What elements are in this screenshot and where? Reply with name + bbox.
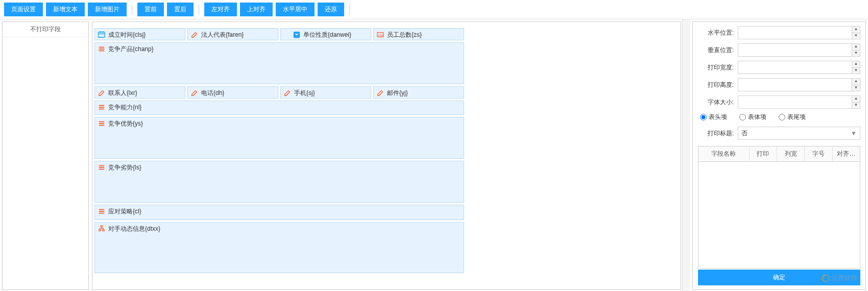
left-panel: 不打印字段 <box>2 21 89 290</box>
print-title-label: 打印标题: <box>698 129 734 138</box>
spin-up-icon[interactable]: ▲ <box>852 96 860 103</box>
field-label: 应对策略{cl} <box>108 207 141 216</box>
list-icon <box>98 104 105 111</box>
svg-rect-23 <box>99 230 101 231</box>
hpos-label: 水平位置: <box>698 29 734 37</box>
field-tail-text: ingz <box>280 31 281 38</box>
dropdown-icon <box>293 31 300 38</box>
svg-rect-0 <box>99 32 105 38</box>
restore-button[interactable]: 还原 <box>318 3 344 16</box>
field-label: 成立时间{clsj} <box>108 31 146 39</box>
select-value: 否 <box>741 129 748 138</box>
field-nl[interactable]: 竞争能力{nl} <box>94 101 464 115</box>
calendar-icon <box>98 31 105 38</box>
org-icon <box>98 225 105 232</box>
number-icon: 123 <box>377 31 384 38</box>
align-hcenter-button[interactable]: 水平居中 <box>276 3 315 16</box>
svg-rect-24 <box>103 230 105 231</box>
property-panel: 水平位置: ▲▼ 垂直位置: ▲▼ 打印宽度: ▲▼ 打印高度: ▲▼ 字体大小… <box>692 21 866 290</box>
chevron-down-icon: ▼ <box>851 130 857 137</box>
field-zs[interactable]: 123 员工总数{zs} <box>373 28 464 40</box>
col-name: 字段名称 <box>698 147 750 161</box>
col-print: 打印 <box>750 147 777 161</box>
page-setup-button[interactable]: 页面设置 <box>4 3 43 16</box>
pheight-label: 打印高度: <box>698 81 734 89</box>
field-cl[interactable]: 应对策略{cl} <box>94 205 464 220</box>
align-top-button[interactable]: 上对齐 <box>240 3 273 16</box>
field-sj[interactable]: 手机{sj} <box>280 86 371 99</box>
fontsize-label: 字体大小: <box>698 98 734 107</box>
svg-text:123: 123 <box>378 33 383 37</box>
spin-down-icon[interactable]: ▼ <box>852 68 860 74</box>
pwidth-input[interactable]: ▲▼ <box>738 61 860 74</box>
field-dh[interactable]: 电话{dh} <box>187 86 278 99</box>
separator <box>199 5 199 15</box>
field-lxr[interactable]: 联系人{lxr} <box>94 86 185 99</box>
scrollbar[interactable] <box>682 19 690 291</box>
canvas-area[interactable]: 成立时间{clsj} 法人代表{faren} ingz 单位性质{danwei}… <box>92 21 681 290</box>
edit-icon <box>377 89 384 96</box>
spin-up-icon[interactable]: ▲ <box>852 61 860 68</box>
spin-up-icon[interactable]: ▲ <box>852 44 860 51</box>
field-yj[interactable]: 邮件{yj} <box>373 86 464 99</box>
field-ys[interactable]: 竞争优势{ys} <box>94 117 464 159</box>
brand-logo-icon <box>822 275 829 282</box>
field-ls[interactable]: 竞争劣势{ls} <box>94 161 464 203</box>
edit-icon <box>98 89 105 96</box>
radio-head[interactable]: 表头项 <box>700 113 727 122</box>
edit-icon <box>191 31 198 38</box>
spin-up-icon[interactable]: ▲ <box>852 27 860 33</box>
field-chanp[interactable]: 竞争产品{chanp} <box>94 42 464 84</box>
list-icon <box>98 164 105 171</box>
field-label: 手机{sj} <box>294 89 315 98</box>
field-label: 对手动态信息{dtxx} <box>108 225 160 233</box>
print-title-select[interactable]: 否 ▼ <box>738 127 860 140</box>
spin-down-icon[interactable]: ▼ <box>852 103 860 109</box>
edit-icon <box>191 89 198 96</box>
field-label: 竞争产品{chanp} <box>108 45 154 54</box>
add-image-button[interactable]: 新增图片 <box>88 3 127 16</box>
send-back-button[interactable]: 置后 <box>167 3 194 16</box>
field-danwei[interactable]: ingz 单位性质{danwei} <box>280 28 371 40</box>
field-label: 联系人{lxr} <box>108 89 137 98</box>
radio-tail[interactable]: 表尾项 <box>779 113 806 122</box>
spin-up-icon[interactable]: ▲ <box>852 79 860 85</box>
vpos-input[interactable]: ▲▼ <box>738 43 860 57</box>
brand-watermark: 泛普软件 <box>822 274 858 283</box>
field-label: 电话{dh} <box>201 89 224 98</box>
field-label: 单位性质{danwei} <box>303 31 351 39</box>
separator <box>132 5 132 15</box>
spin-down-icon[interactable]: ▼ <box>852 85 860 91</box>
pheight-input[interactable]: ▲▼ <box>738 78 860 91</box>
add-text-button[interactable]: 新增文本 <box>46 3 85 16</box>
pwidth-label: 打印宽度: <box>698 63 734 72</box>
fields-grid: 字段名称 打印 列宽 字号 对齐… <box>698 146 860 269</box>
vpos-label: 垂直位置: <box>698 46 734 55</box>
col-align: 对齐… <box>833 147 860 161</box>
toolbar: 页面设置 新增文本 新增图片 置前 置后 左对齐 上对齐 水平居中 还原 <box>0 0 868 19</box>
separator <box>349 5 350 15</box>
spin-down-icon[interactable]: ▼ <box>852 51 860 57</box>
field-dtxx[interactable]: 对手动态信息{dtxx} <box>94 222 464 273</box>
field-label: 竞争劣势{ls} <box>108 163 141 172</box>
field-label: 竞争能力{nl} <box>108 103 141 112</box>
field-label: 员工总数{zs} <box>387 31 422 39</box>
fontsize-input[interactable]: ▲▼ <box>738 95 860 109</box>
field-label: 竞争优势{ys} <box>108 119 143 128</box>
spin-down-icon[interactable]: ▼ <box>852 33 860 39</box>
bring-front-button[interactable]: 置前 <box>137 3 164 16</box>
list-icon <box>98 120 105 127</box>
field-faren[interactable]: 法人代表{faren} <box>187 28 278 40</box>
grid-body[interactable] <box>698 162 860 268</box>
hpos-input[interactable]: ▲▼ <box>738 26 860 39</box>
radio-body[interactable]: 表体项 <box>739 113 766 122</box>
edit-icon <box>284 89 291 96</box>
list-icon <box>98 208 105 215</box>
left-panel-header: 不打印字段 <box>3 22 88 37</box>
field-clsj[interactable]: 成立时间{clsj} <box>94 28 185 40</box>
field-label: 邮件{yj} <box>387 89 408 98</box>
align-left-button[interactable]: 左对齐 <box>204 3 237 16</box>
list-icon <box>98 45 105 53</box>
svg-rect-22 <box>101 226 103 227</box>
col-font: 字号 <box>805 147 832 161</box>
